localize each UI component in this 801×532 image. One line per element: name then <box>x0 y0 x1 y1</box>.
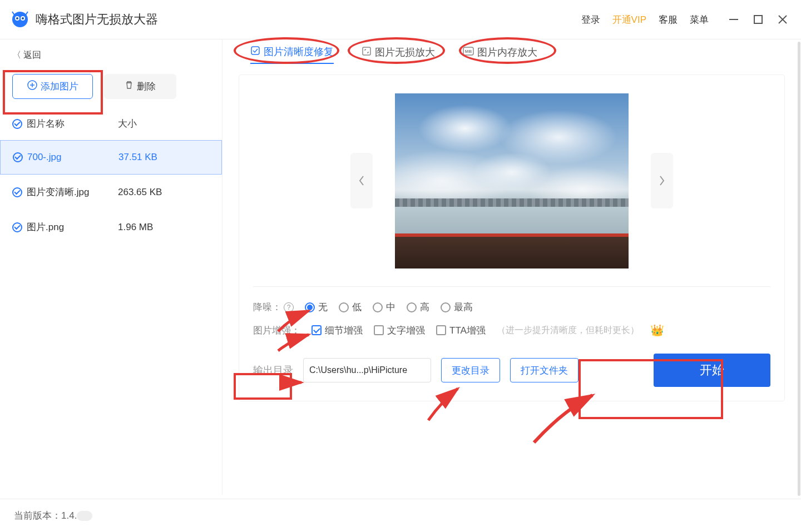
check-icon <box>12 222 22 232</box>
login-link[interactable]: 登录 <box>581 13 600 26</box>
noise-radio-mid[interactable]: 中 <box>373 301 395 314</box>
svg-rect-13 <box>363 47 370 55</box>
svg-point-4 <box>22 17 24 19</box>
noise-label: 降噪：? <box>253 301 294 314</box>
change-dir-button[interactable]: 更改目录 <box>441 358 500 382</box>
close-icon[interactable] <box>775 12 790 27</box>
svg-point-3 <box>16 17 18 19</box>
maximize-icon[interactable] <box>751 12 765 27</box>
noise-radio-none[interactable]: 无 <box>305 301 328 314</box>
file-size: 37.51 KB <box>118 152 157 163</box>
tab-lossless-enlarge[interactable]: 图片无损放大 <box>362 45 435 64</box>
delete-label: 删除 <box>137 80 156 93</box>
add-image-button[interactable]: 添加图片 <box>12 74 93 99</box>
list-item[interactable]: 图片变清晰.jpg 263.65 KB <box>0 175 222 210</box>
file-size: 1.96 MB <box>118 222 153 233</box>
tab-label: 图片无损放大 <box>375 46 435 59</box>
chevron-left-icon: 〈 <box>12 50 23 59</box>
back-button[interactable]: 〈 返回 <box>0 45 222 66</box>
output-dir-label: 输出目录 <box>253 364 293 377</box>
list-item[interactable]: 图片.png 1.96 MB <box>0 210 222 245</box>
version-label: 当前版本： <box>14 509 61 522</box>
help-icon[interactable]: ? <box>284 302 294 312</box>
check-icon <box>13 152 23 162</box>
radio-label: 高 <box>420 301 429 314</box>
app-logo-icon <box>11 11 29 28</box>
preview-image <box>395 93 629 269</box>
svg-text:MB: MB <box>465 49 472 54</box>
scrollbar[interactable] <box>798 42 800 496</box>
check-icon <box>12 187 22 197</box>
version-redacted <box>77 511 92 521</box>
add-image-label: 添加图片 <box>41 80 78 93</box>
mb-icon: MB <box>463 47 474 58</box>
radio-label: 低 <box>352 301 362 314</box>
output-path-text: C:\Users\hu...p\HiPicture <box>309 365 407 375</box>
col-name-label: 图片名称 <box>27 117 65 130</box>
enhance-hint: （进一步提升清晰度，但耗时更长） <box>497 325 639 336</box>
vip-link[interactable]: 开通VIP <box>612 13 646 26</box>
back-label: 返回 <box>23 50 41 59</box>
trash-icon <box>125 81 134 92</box>
next-image-button[interactable] <box>651 153 673 208</box>
svg-rect-12 <box>251 47 259 54</box>
expand-icon <box>362 46 372 59</box>
noise-radio-low[interactable]: 低 <box>339 301 362 314</box>
svg-point-0 <box>12 12 28 27</box>
tab-clarity-repair[interactable]: 图片清晰度修复 <box>250 45 334 64</box>
svg-rect-6 <box>754 16 762 23</box>
enhance-detail-checkbox[interactable]: 细节增强 <box>312 324 363 337</box>
noise-radio-high[interactable]: 高 <box>407 301 429 314</box>
checkbox-label: 细节增强 <box>325 324 363 337</box>
tab-label: 图片内存放大 <box>477 46 537 59</box>
checkbox-label: 文字增强 <box>387 324 425 337</box>
start-button[interactable]: 开始 <box>654 354 770 387</box>
list-item[interactable]: 700-.jpg 37.51 KB <box>0 140 222 175</box>
sparkle-icon <box>250 46 260 58</box>
tab-memory-enlarge[interactable]: MB 图片内存放大 <box>463 45 537 64</box>
file-size: 263.65 KB <box>118 187 162 198</box>
app-title: 嗨格式图片无损放大器 <box>36 11 158 28</box>
version-number: 1.4. <box>61 510 77 521</box>
noise-radio-max[interactable]: 最高 <box>441 301 473 314</box>
plus-circle-icon <box>27 80 37 93</box>
enhance-text-checkbox[interactable]: 文字增强 <box>374 324 425 337</box>
list-header: 图片名称 大小 <box>0 107 222 140</box>
menu-link[interactable]: 菜单 <box>690 13 709 26</box>
crown-icon: 👑 <box>650 324 664 337</box>
prev-image-button[interactable] <box>350 153 373 208</box>
file-name: 图片变清晰.jpg <box>27 186 89 198</box>
minimize-icon[interactable] <box>726 12 741 27</box>
open-folder-button[interactable]: 打开文件夹 <box>510 358 578 382</box>
radio-label: 中 <box>386 301 395 314</box>
file-name: 图片.png <box>27 221 64 233</box>
radio-label: 无 <box>318 301 328 314</box>
output-path-field[interactable]: C:\Users\hu...p\HiPicture <box>303 358 431 382</box>
tab-label: 图片清晰度修复 <box>264 45 334 58</box>
radio-label: 最高 <box>454 301 473 314</box>
check-icon <box>12 119 22 129</box>
col-size-label: 大小 <box>118 117 137 130</box>
file-name: 700-.jpg <box>27 152 61 163</box>
delete-button[interactable]: 删除 <box>104 74 176 99</box>
checkbox-label: TTA增强 <box>449 324 486 337</box>
enhance-tta-checkbox[interactable]: TTA增强 <box>436 324 486 337</box>
support-link[interactable]: 客服 <box>659 13 678 26</box>
enhance-label: 图片增强： <box>253 324 300 337</box>
